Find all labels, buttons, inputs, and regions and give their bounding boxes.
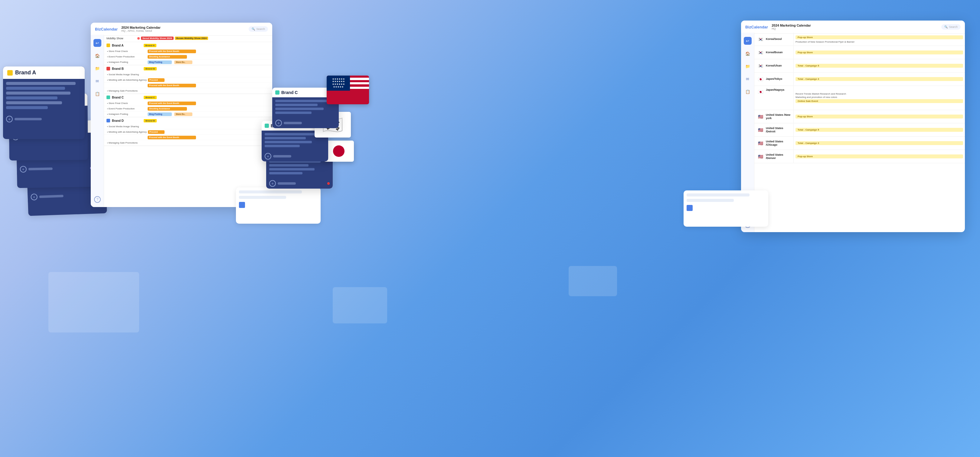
jp-flag [324,141,354,162]
mobility-show-label: Mobility Show [104,37,137,40]
brand-c-us-title: Brand C [281,90,298,95]
us-detroit-events: Total - Campaign 5 [794,123,965,136]
location-japan-tokyo: 🇯🇵 Japen/Tokyo Total - Campaign 3 [754,73,965,86]
us-chicago-campaign: Total - Campaign 3 [795,141,963,145]
location-us-denver: 🇺🇸 United States /Denver Pop-up Store [754,150,965,163]
right-calendar-panel: BizCalendar 2024 Marketing Calendar HQ 🔍… [741,21,965,232]
task-c-store-final-check-label: • Store Final Check [107,102,146,105]
task-proceed-booth-bar: Proceed with the Event Booth [148,84,196,87]
korea-busan-name: Korea/Busan [766,51,783,54]
location-japan-nagoya: 🇯🇵 Japan/Nagoya Recent Trends Market Res… [754,86,965,110]
brand-a-section-header: Brand A Brand A [104,42,272,49]
brand-d-section-title: Brand D [112,119,124,122]
korea-busan-flag: 🇰🇷 [757,49,764,56]
korea-seoul-info: 🇰🇷 Korea/Seoul [754,33,794,46]
us-denver-name: United States /Denver [766,153,791,160]
brand-c-section: Brand C Brand C • Store Final Check Proc… [104,94,272,117]
brand-a-add-btn[interactable]: + [6,116,13,122]
bc-kr-add-btn[interactable]: + [265,153,271,160]
task-blog-posting-bar: Blog Posting [148,60,172,64]
left-biz-logo: BizCalendar [95,27,118,32]
right-sidebar-back-icon[interactable]: ↩ [744,37,752,45]
task-c-proceed-bar: Proceed with the Event Booth [148,102,196,105]
japan-nagoya-name: Japan/Nagoya [766,88,784,92]
sidebar-mail-icon[interactable]: ✉ [94,77,101,85]
location-korea-seoul: 🇰🇷 Korea/Seoul Pop-up Store Production o… [754,33,965,46]
task-proceed-booth: Proceed with the Event Booth [104,83,272,88]
sidebar-back-icon[interactable]: ↩ [94,39,101,47]
sidebar-folder-icon[interactable]: 📁 [94,64,101,72]
bc-jp-add-btn[interactable]: + [269,180,276,187]
task-d-proceed-booth: Proceed with the Event Booth [104,135,272,140]
left-help-icon[interactable]: ? [94,196,101,203]
brand-a-section-dot [107,43,110,47]
white-decoration-card [236,187,321,224]
task-event-poster-bar: Shooting Assistance [148,55,187,59]
us-flag: ★★★★★★★★★★★★★★★★★★★★★★★ [327,76,369,104]
right-sidebar-doc-icon[interactable]: 📋 [744,88,752,95]
task-managing-sales-label: • Managing Sale Promotions [107,89,146,92]
bc-us-add-btn[interactable]: + [275,120,282,126]
task-social-media: • Social Media Image Sharing [104,72,272,78]
brand-d-section-dot [107,119,110,122]
left-cal-title: 2024 Marketing Calendar [121,26,245,29]
korea-busan-events: Pop-up Store [794,46,965,59]
right-sidebar-home-icon[interactable]: 🏠 [744,49,752,57]
sidebar-doc-icon[interactable]: 📋 [94,90,101,98]
brand-b-section-dot [107,67,110,70]
japan-nagoya-research: Recent Trends Market Research and Resear… [795,92,963,95]
task-d-meeting-agency-label: • Meeting with an Advertising Agency [107,130,147,133]
task-c-blog-bar: Blog Posting [148,113,172,116]
task-d-meeting-agency: • Meeting with an Advertising Agency Pro… [104,129,272,135]
korea-seoul-promo: Production of New Season Promotional Fly… [795,41,963,43]
right-sidebar-folder-icon[interactable]: 📁 [744,62,752,70]
us-denver-events: Pop-up Store [794,150,965,163]
left-search-bar[interactable]: 🔍 Search [249,26,268,32]
task-d-social-media: • Social Media Image Sharing [104,124,272,129]
task-store-ev-bar: Store Ev.. [174,60,192,64]
sidebar-home-icon[interactable]: 🏠 [94,52,101,60]
task-c-shooting-bar: Shooting Assistance [148,107,187,111]
location-us-newyork: 🇺🇸 United States /New york Pop-up Store [754,110,965,123]
right-search-bar[interactable]: 🔍 Search [941,24,961,30]
brand-a-color-dot [7,70,13,76]
right-sidebar-mail-icon[interactable]: ✉ [744,75,752,83]
task-managing-sales: • Managing Sale Promotions [104,88,272,94]
us-chicago-info: 🇺🇸 United States /Chicago [754,136,794,150]
location-us-chicago: 🇺🇸 United States /Chicago Total - Campai… [754,136,965,150]
brand-d-section: Brand D Brand B • Social Media Image Sha… [104,117,272,146]
japan-nagoya-marketing: Marketing and promotion of new colors [795,96,963,98]
japan-nagoya-flag: 🇯🇵 [757,88,764,95]
left-cal-header: BizCalendar 2024 Marketing Calendar HQ ,… [91,23,272,36]
brand-d-add-btn[interactable]: + [30,194,38,200]
brand-c-us-dot [275,90,280,95]
us-chicago-flag: 🇺🇸 [757,140,764,147]
korea-seoul-name: Korea/Seoul [766,38,782,41]
japan-nagoya-events: Recent Trends Market Research and Resear… [794,86,965,110]
korea-seoul-flag: 🇰🇷 [757,36,764,43]
task-social-media-label: • Social Media Image Sharing [107,73,146,76]
task-c-store-ev-bar: Store Ev.. [174,113,192,116]
mobility-dot [137,37,140,40]
task-meeting-agency-label: • Meeting with an Advertising Agency [107,79,147,81]
task-c-instagram-label: • Instagram Posting [107,113,146,116]
task-d-proceed-bar: Proceed [148,130,165,134]
us-newyork-info: 🇺🇸 United States /New york [754,110,794,123]
right-search-placeholder: Search [949,25,958,29]
japan-nagoya-info: 🇯🇵 Japan/Nagoya [754,86,794,110]
seoul-mobility-bar: Seoul Mobility Show 2024 [141,36,173,40]
right-cal-header: BizCalendar 2024 Marketing Calendar HQ 🔍… [741,21,965,33]
korea-ulsan-flag: 🇰🇷 [757,62,764,70]
korea-seoul-popup: Pop-up Store [795,35,963,39]
brand-c-section-dot [107,95,110,99]
task-c-store-final-check: • Store Final Check Proceed with the Eve… [104,101,272,106]
task-meeting-agency: • Meeting with an Advertising Agency Pro… [104,78,272,83]
brand-c-add-btn[interactable]: + [20,166,27,173]
task-instagram-label: • Instagram Posting [107,61,146,63]
location-korea-ulsan: 🇰🇷 Korea/Ulsan Total - Campaign 5 [754,59,965,73]
korea-busan-popup: Pop-up Store [795,51,963,54]
right-cal-content: 🇰🇷 Korea/Seoul Pop-up Store Production o… [754,33,965,232]
task-c-event-poster-label: • Event Poster Production [107,107,146,110]
brand-a-yellow-header: Brand A [144,44,157,47]
brand-b-section: Brand B Brand B • Social Media Image Sha… [104,65,272,94]
